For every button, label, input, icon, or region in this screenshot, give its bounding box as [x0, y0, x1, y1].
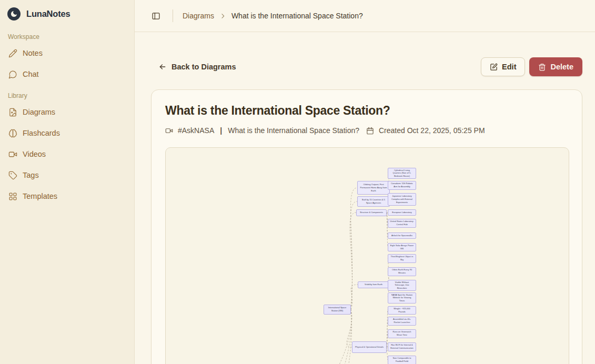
diagram-node-structure: Structure & Components: [356, 209, 387, 216]
sidebar: LunaNotes Workspace Notes Chat Library D…: [0, 0, 135, 364]
sidebar-item-label: Notes: [23, 49, 43, 57]
section-label-library: Library: [6, 92, 128, 99]
diagram-node-brightest: Third Brightest Object in Sky: [388, 254, 416, 263]
delete-button[interactable]: Delete: [529, 57, 582, 76]
sidebar-item-label: Flashcards: [23, 129, 60, 137]
sidebar-item-diagrams[interactable]: Diagrams: [6, 102, 128, 123]
diagram-node-weight: Weight: ~925,000 Pounds: [388, 306, 416, 315]
sidebar-toggle-button[interactable]: [148, 8, 163, 23]
diagram-node-gmt: Runs on Greenwich Mean Time: [388, 329, 416, 338]
diagram-node-european: European Laboratory: [388, 209, 416, 216]
diagram-node-wifi: Has Wi-Fi for Internal & External Commun…: [388, 342, 416, 351]
main-pane: Diagrams What is the International Space…: [135, 0, 595, 364]
diagram-panel: International Space Station (ISS)Orbitin…: [165, 147, 569, 364]
arrow-left-icon: [158, 63, 167, 71]
diagram-node-spotstation: NASA Spot the Station Website for Viewin…: [388, 292, 416, 304]
sidebar-item-templates[interactable]: Templates: [6, 186, 128, 207]
button-group: Edit Delete: [481, 57, 582, 76]
diagram-node-solar: Eight Solar Arrays Power ISS: [388, 243, 416, 251]
video-camera-icon: [165, 127, 173, 135]
meta-created-text: Created Oct 22, 2025, 05:25 PM: [379, 126, 485, 135]
action-row: Back to Diagrams Edit Delete: [151, 57, 582, 76]
moon-icon: [7, 7, 21, 21]
chat-icon: [8, 70, 17, 79]
meta-row: #AskNASA | What is the International Spa…: [165, 126, 568, 135]
page-title: What is the International Space Station?: [165, 104, 568, 118]
app-name: LunaNotes: [26, 9, 70, 19]
sidebar-item-label: Templates: [23, 192, 57, 200]
meta-tag: #AskNASA: [178, 126, 214, 135]
content-area: Back to Diagrams Edit Delete What is the…: [135, 32, 595, 364]
sidebar-item-label: Chat: [23, 70, 39, 78]
calendar-icon: [366, 127, 374, 135]
meta-divider: |: [220, 126, 222, 135]
grid-icon: [8, 192, 17, 201]
back-link-label: Back to Diagrams: [172, 63, 236, 71]
pencil-icon: [8, 49, 17, 58]
diagram-node-assembled: Assembled via 40+ Rocket Launches: [388, 317, 416, 326]
brain-icon: [8, 129, 17, 138]
chevron-right-icon: [219, 13, 226, 19]
diagram-node-orbits: Orbits Earth Every 90 Minutes: [388, 267, 416, 276]
sidebar-item-chat[interactable]: Chat: [6, 64, 128, 85]
diagram-node-cylindrical: Cylindrical Living Quarters (Size of 5-B…: [388, 168, 416, 179]
tag-icon: [8, 171, 17, 180]
app-logo[interactable]: LunaNotes: [6, 6, 128, 22]
video-camera-icon: [8, 150, 17, 159]
diagram-node-visibility: Visibility from Earth: [358, 281, 389, 288]
edit-button[interactable]: Edit: [481, 57, 525, 76]
sidebar-item-label: Tags: [23, 171, 39, 179]
meta-source-title: What is the International Space Station?: [228, 126, 359, 135]
topbar-divider: [173, 9, 173, 22]
mindmap-edges: [166, 148, 569, 364]
trash-icon: [538, 63, 546, 71]
panel-left-icon: [152, 12, 160, 21]
delete-button-label: Delete: [550, 63, 573, 71]
edit-pencil-icon: [490, 63, 498, 71]
mindmap-canvas: International Space Station (ISS)Orbitin…: [166, 148, 569, 364]
back-to-diagrams-link[interactable]: Back to Diagrams: [151, 63, 236, 71]
diagram-node-us_lab: United States Laboratory: Central Hub: [388, 219, 416, 228]
diagram-file-icon: [8, 108, 17, 117]
sidebar-item-flashcards[interactable]: Flashcards: [6, 123, 128, 144]
diagram-node-root: International Space Station (ISS): [324, 305, 351, 315]
diagram-node-physical: Physical & Operational Details: [352, 341, 387, 353]
edit-button-label: Edit: [502, 63, 516, 71]
diagram-node-airlock: Airlock for Spacewalks: [388, 232, 416, 239]
diagram-node-football: Size Comparable to Football Field: [388, 356, 416, 364]
sidebar-item-notes[interactable]: Notes: [6, 43, 128, 64]
sidebar-item-tags[interactable]: Tags: [6, 165, 128, 186]
diagram-node-orbiting: Orbiting Outpost, First Permanent Home A…: [357, 181, 390, 195]
sidebar-item-label: Diagrams: [23, 108, 55, 116]
breadcrumb-current: What is the International Space Station?: [231, 12, 363, 20]
sidebar-item-label: Videos: [23, 150, 46, 158]
diagram-node-built: Built by 15 Countries & 5 Space Agencies: [357, 196, 390, 207]
section-label-workspace: Workspace: [6, 33, 128, 41]
breadcrumb-diagrams[interactable]: Diagrams: [183, 12, 214, 20]
diagram-node-canadarm: Canadarm: 55ft Robotic Arm for Assembly: [388, 181, 416, 190]
diagram-card: What is the International Space Station?…: [151, 89, 582, 364]
topbar: Diagrams What is the International Space…: [135, 0, 595, 32]
diagram-node-telescope: Visible Without Telescope, Use Binocular…: [388, 280, 416, 291]
diagram-node-japanese: Japanese Laboratory Complex with Externa…: [388, 193, 416, 206]
sidebar-item-videos[interactable]: Videos: [6, 144, 128, 165]
breadcrumb: Diagrams What is the International Space…: [183, 12, 363, 20]
